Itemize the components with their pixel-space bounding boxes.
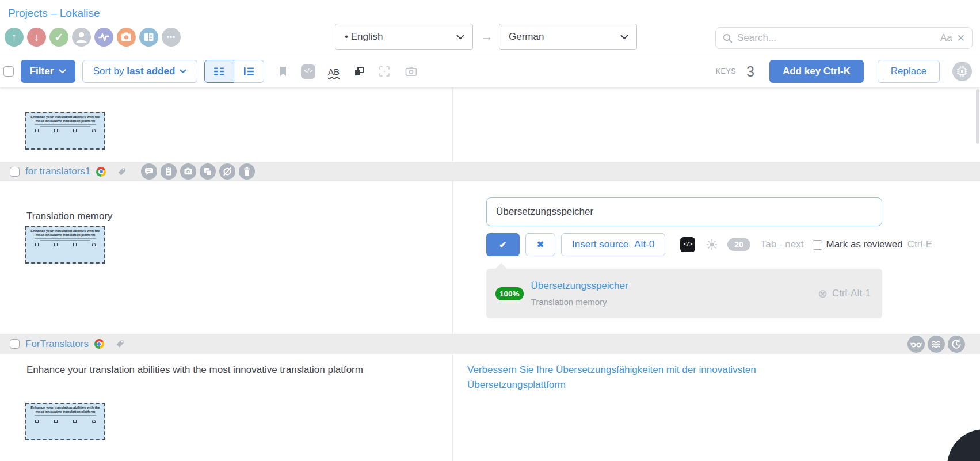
thumbnail-columns — [29, 241, 101, 246]
list-view-button[interactable] — [204, 60, 234, 83]
match-case-toggle[interactable]: Aa — [940, 32, 952, 44]
column-divider — [452, 87, 453, 461]
tm-suggestion-source: Translation memory — [531, 297, 818, 307]
source-text[interactable]: Enhance your translation abilities with … — [26, 363, 363, 378]
hide-icon[interactable] — [219, 163, 235, 180]
duplicate-icon[interactable] — [200, 163, 216, 180]
keys-count-value: 3 — [746, 63, 754, 80]
translation-input[interactable] — [486, 197, 882, 226]
source-text[interactable]: Translation memory — [26, 209, 113, 224]
search-input[interactable] — [737, 32, 936, 44]
spellcheck-icon[interactable]: AB — [328, 67, 340, 77]
chrome-platform-icon — [96, 167, 106, 177]
chevron-down-icon — [456, 35, 464, 40]
tree-view-button[interactable] — [234, 60, 264, 83]
tree-view-icon — [243, 67, 255, 76]
breadcrumb-projects-link[interactable]: Projects — [8, 7, 48, 19]
chevron-down-icon — [59, 69, 66, 74]
screenshot-thumbnail[interactable]: Enhance your translation abilities with … — [25, 226, 105, 264]
history-icon[interactable] — [948, 336, 965, 353]
mark-reviewed-checkbox[interactable] — [813, 240, 822, 250]
search-icon — [723, 33, 733, 43]
key-checkbox[interactable] — [10, 339, 20, 349]
duplicates-icon[interactable] — [353, 66, 365, 77]
focus-mode-icon[interactable] — [379, 66, 390, 77]
breadcrumb-separator: – — [51, 7, 57, 19]
screenshot-thumbnail[interactable]: Enhance your translation abilities with … — [25, 403, 105, 440]
quick-filter-icons: ↑ ↓ ✓ ••• — [5, 28, 181, 47]
bookmark-icon[interactable] — [278, 66, 288, 77]
delete-icon[interactable] — [239, 163, 255, 180]
key-row: for translators1 — [0, 162, 980, 181]
confirm-button[interactable]: ✔ — [486, 233, 520, 256]
thumbnail-columns — [29, 127, 101, 132]
download-arrow-icon[interactable]: ↓ — [27, 28, 46, 47]
tm-shortcut: Ctrl-Alt-1 — [832, 288, 871, 299]
thumbnail-title: Enhance your translation abilities with … — [29, 406, 101, 414]
fuzzy-icon[interactable] — [928, 336, 945, 353]
char-count-badge: 20 — [727, 238, 750, 251]
key-checkbox[interactable] — [10, 167, 20, 177]
key-name[interactable]: for translators1 — [25, 166, 90, 177]
automations-icon[interactable] — [952, 62, 972, 81]
mark-reviewed-label[interactable]: Mark as reviewed — [826, 239, 902, 250]
target-language-select[interactable]: German — [499, 24, 637, 50]
insert-source-button[interactable]: Insert source Alt-0 — [561, 233, 665, 256]
sort-label: Sort by last added — [93, 66, 176, 77]
add-key-button[interactable]: Add key Ctrl-K — [769, 60, 864, 83]
check-icon[interactable]: ✓ — [49, 28, 68, 47]
key-name[interactable]: ForTranslators — [25, 338, 89, 350]
sort-dropdown[interactable]: Sort by last added — [82, 60, 197, 83]
activity-icon[interactable] — [94, 28, 113, 47]
tag-icon[interactable] — [115, 338, 125, 349]
filter-button-label: Filter — [30, 66, 54, 77]
code-view-icon[interactable]: </> — [301, 64, 315, 79]
scrollbar-thumb[interactable] — [976, 89, 979, 144]
thumbnail-title: Enhance your translation abilities with … — [29, 115, 101, 123]
suggestions-icon[interactable] — [706, 238, 718, 251]
tm-match-badge: 100% — [495, 287, 524, 300]
thumbnail-text-line — [35, 415, 96, 416]
replace-button[interactable]: Replace — [878, 60, 940, 83]
tm-suggestion-target[interactable]: Übersetzungsspeicher — [531, 280, 818, 292]
breadcrumb: Projects – Lokalise — [8, 7, 100, 20]
select-all-checkbox[interactable] — [3, 66, 14, 77]
dismiss-suggestion-icon[interactable]: ⊗ — [818, 287, 828, 300]
tab-next-hint: Tab - next — [761, 239, 804, 250]
user-icon[interactable] — [72, 28, 91, 47]
code-tags-icon[interactable]: </> — [680, 237, 695, 252]
list-view-icon — [213, 67, 225, 76]
chevron-down-icon — [180, 69, 186, 74]
thumbnail-text-line — [35, 124, 96, 125]
screenshot-thumbnail[interactable]: Enhance your translation abilities with … — [25, 112, 105, 150]
translation-text[interactable]: Verbessern Sie Ihre Übersetzungsfähigkei… — [467, 363, 847, 393]
cancel-button[interactable]: ✖ — [525, 233, 555, 256]
camera-icon[interactable] — [117, 28, 136, 47]
breadcrumb-lokalise-link[interactable]: Lokalise — [60, 7, 100, 19]
thumbnail-text-line — [35, 238, 96, 239]
tasks-icon[interactable] — [161, 163, 177, 180]
chevron-down-icon — [620, 35, 628, 40]
key-status-icons — [907, 336, 965, 353]
screenshot-icon[interactable] — [180, 163, 196, 180]
screenshots-icon[interactable] — [405, 66, 417, 77]
tag-icon[interactable] — [116, 166, 127, 177]
more-icon[interactable]: ••• — [162, 28, 181, 47]
proofread-icon[interactable] — [907, 336, 925, 353]
insert-source-label: Insert source — [572, 239, 628, 250]
key-actions — [141, 163, 255, 180]
help-fab[interactable] — [947, 429, 980, 461]
view-toggle — [204, 60, 264, 83]
mark-reviewed-shortcut: Ctrl-E — [907, 239, 932, 250]
upload-arrow-icon[interactable]: ↑ — [5, 28, 24, 47]
comment-icon[interactable] — [141, 163, 157, 180]
thumbnail-title: Enhance your translation abilities with … — [29, 229, 101, 237]
source-language-select[interactable]: • English — [335, 24, 473, 50]
filter-button[interactable]: Filter — [21, 60, 75, 83]
target-language-value: German — [509, 31, 620, 43]
glossary-icon[interactable] — [139, 28, 158, 47]
clear-search-icon[interactable]: ✕ — [957, 32, 965, 44]
insert-source-shortcut: Alt-0 — [634, 239, 654, 250]
tm-suggestion-panel: 100% Übersetzungsspeicher Translation me… — [486, 269, 882, 318]
key-row: ForTranslators — [0, 334, 980, 354]
